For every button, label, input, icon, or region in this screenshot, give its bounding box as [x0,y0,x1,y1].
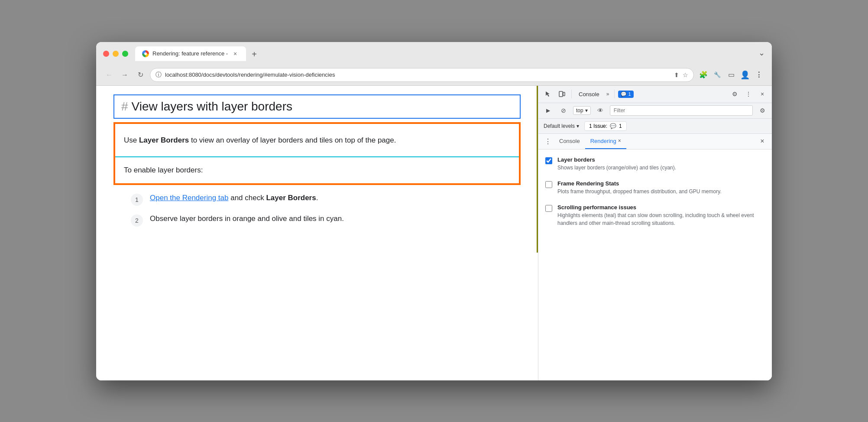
page-content: # View layers with layer borders Use Lay… [96,86,538,380]
drawer-more-button[interactable]: ⋮ [542,135,554,147]
drawer-close-button[interactable]: × [756,135,768,147]
back-button[interactable]: ← [103,69,115,81]
badge-button[interactable]: 💬 1 [618,91,633,98]
page-inner: # View layers with layer borders Use Lay… [96,86,538,253]
steps-section: 1 Open the Rendering tab and check Layer… [113,185,521,244]
filter-input[interactable] [610,105,753,116]
step1-end: . [316,194,318,202]
star-icon[interactable]: ☆ [683,71,688,78]
play-button[interactable]: ▶ [542,104,554,117]
drawer-tabs: ⋮ Console Rendering × × [538,134,772,149]
rendering-item-scrolling-performance: Scrolling performance issuesHighlights e… [545,204,765,227]
split-view-icon[interactable]: ▭ [725,69,737,81]
item-desc-scrolling-performance: Highlights elements (teal) that can slow… [557,211,765,227]
drawer-rendering-label: Rendering [590,138,616,144]
checkbox-frame-rendering-stats[interactable] [545,181,552,188]
traffic-lights [103,51,128,57]
active-tab[interactable]: Rendering: feature reference - × [135,46,246,61]
item-title-frame-rendering-stats: Frame Rendering Stats [557,180,765,187]
item-title-scrolling-performance: Scrolling performance issues [557,204,765,211]
tab-favicon [142,50,149,57]
badge-count: 1 [628,91,631,97]
olive-right-border [537,86,538,253]
device-toolbar-button[interactable] [556,88,568,100]
para1-bold1: Layer Borders [139,136,189,144]
step-2: 2 Observe layer borders in orange and ol… [131,214,512,227]
tab-close-button[interactable]: × [231,50,239,58]
item-desc-layer-borders: Shows layer borders (orange/olive) and t… [557,164,765,172]
minimize-traffic-light[interactable] [113,51,119,57]
console-tab[interactable]: Console [575,86,603,103]
nav-right-icons: 🧩 🔧 ▭ 👤 ⋮ [697,69,765,81]
issues-row: Default levels ▾ 1 Issue: 💬 1 [538,119,772,134]
devtools-panel: Console » 💬 1 ⚙ ⋮ × ▶ ⊘ top ▾ 👁 [538,86,772,380]
item-title-layer-borders: Layer borders [557,156,765,163]
rendering-tab-link[interactable]: Open the Rendering tab [150,194,228,202]
section-paragraph1: Use Layer Borders to view an overlay of … [115,124,519,156]
rendering-item-layer-borders: Layer bordersShows layer borders (orange… [545,156,765,172]
dropdown-arrow-icon: ▾ [585,107,588,114]
issues-badge-icon: 💬 [610,123,616,129]
profile-icon[interactable]: 👤 [739,69,751,81]
para1-before: Use [124,136,139,144]
url-text: localhost:8080/docs/devtools/rendering/#… [165,71,670,78]
extensions-icon[interactable]: 🧩 [697,69,709,81]
default-levels-label: Default levels [544,123,575,129]
more-tabs-button[interactable]: » [605,91,611,97]
default-levels-arrow: ▾ [577,123,579,129]
orange-box-outer: Use Layer Borders to view an overlay of … [113,122,521,185]
cursor-icon [544,91,551,97]
svg-rect-1 [563,92,565,96]
orange-box-inner: Use Layer Borders to view an overlay of … [114,123,520,184]
rendering-panel: Layer bordersShows layer borders (orange… [538,149,772,380]
address-bar[interactable]: ⓘ localhost:8080/docs/devtools/rendering… [150,68,694,82]
profile-extension-icon[interactable]: 🔧 [711,69,723,81]
close-traffic-light[interactable] [103,51,109,57]
close-devtools-button[interactable]: × [756,88,768,100]
address-bar-icons: ⬆ ☆ [674,71,688,78]
nav-bar: ← → ↻ ⓘ localhost:8080/docs/devtools/ren… [96,65,772,86]
step-2-content: Observe layer borders in orange and oliv… [150,214,344,223]
devtools-toolbar: Console » 💬 1 ⚙ ⋮ × [538,86,772,103]
para2-text: To enable layer borders: [124,166,203,174]
issues-badge[interactable]: 1 Issue: 💬 1 [584,121,627,131]
console-settings-button[interactable]: ⚙ [756,104,768,117]
heading-container: # View layers with layer borders [113,94,521,119]
tabs-row: Rendering: feature reference - × + ⌄ [135,46,765,61]
heading-title: View layers with layer borders [132,100,292,114]
settings-button[interactable]: ⚙ [729,88,741,100]
rendering-items-list: Layer bordersShows layer borders (orange… [545,156,765,227]
svg-rect-0 [559,91,563,97]
drawer-rendering-tab[interactable]: Rendering × [585,134,626,149]
para1-after: to view an overlay of layer borders and … [189,136,396,144]
clear-console-button[interactable]: ⊘ [557,104,570,117]
toolbar-separator-2 [614,90,615,98]
reload-button[interactable]: ↻ [134,69,146,81]
new-tab-button[interactable]: + [248,48,261,61]
info-icon: ⓘ [155,71,162,79]
item-desc-frame-rendering-stats: Plots frame throughput, dropped frames d… [557,188,765,195]
default-levels-selector[interactable]: Default levels ▾ [544,123,579,129]
title-bar: Rendering: feature reference - × + ⌄ [96,42,772,65]
eye-button[interactable]: 👁 [594,104,606,117]
maximize-traffic-light[interactable] [122,51,128,57]
step1-after: and check [228,194,266,202]
top-label: top [576,107,583,114]
top-context-selector[interactable]: top ▾ [573,106,591,115]
window-chevron[interactable]: ⌄ [758,48,765,61]
more-options-button[interactable]: ⋮ [742,88,755,100]
forward-button[interactable]: → [119,69,131,81]
inspect-element-button[interactable] [542,88,554,100]
drawer-console-tab[interactable]: Console [554,134,585,149]
rendering-tab-close[interactable]: × [618,138,621,144]
checkbox-layer-borders[interactable] [545,157,552,164]
menu-button[interactable]: ⋮ [753,69,765,81]
toolbar-separator [571,90,572,98]
heading-hash: # [121,100,128,114]
checkbox-scrolling-performance[interactable] [545,205,552,212]
step-1-number: 1 [131,194,143,206]
tab-title: Rendering: feature reference - [152,50,228,57]
step-1-content: Open the Rendering tab and check Layer B… [150,194,318,202]
section-paragraph2: To enable layer borders: [115,157,519,183]
issues-badge-count: 1 [619,123,622,129]
